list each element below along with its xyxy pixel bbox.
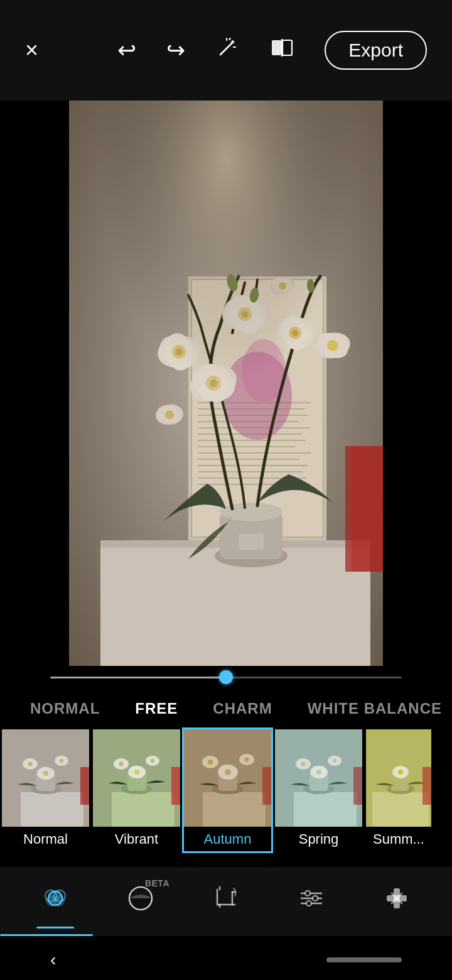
- svg-line-0: [220, 42, 233, 55]
- compare-button[interactable]: [269, 35, 294, 66]
- heal-icon: [382, 883, 412, 920]
- filter-label-summer: Summ...: [366, 831, 431, 847]
- toolbar-crop-button[interactable]: [211, 883, 241, 920]
- back-chevron[interactable]: ‹: [50, 950, 56, 970]
- magic-button[interactable]: [215, 36, 239, 65]
- active-tab-indicator: [0, 934, 93, 936]
- tab-charm[interactable]: CHARM: [195, 690, 289, 727]
- svg-rect-99: [93, 729, 180, 827]
- crop-icon: [211, 883, 241, 920]
- system-nav: ‹: [0, 939, 452, 980]
- export-button[interactable]: Export: [325, 31, 427, 70]
- tab-white-balance[interactable]: WHITE BALANCE: [290, 690, 452, 727]
- svg-point-5: [232, 41, 234, 43]
- color-icon: [40, 883, 70, 920]
- toolbar-lens-button[interactable]: BETA: [126, 883, 156, 920]
- photo-preview: [69, 101, 383, 666]
- svg-rect-6: [272, 40, 281, 55]
- svg-rect-86: [2, 729, 89, 827]
- slider-thumb[interactable]: [219, 670, 233, 684]
- beta-badge: BETA: [145, 878, 170, 888]
- filter-label-spring: Spring: [275, 831, 362, 847]
- svg-point-147: [313, 896, 318, 901]
- svg-point-148: [306, 901, 311, 906]
- close-button[interactable]: ×: [25, 37, 38, 63]
- filter-thumb-normal[interactable]: Normal: [0, 727, 91, 853]
- svg-point-140: [50, 890, 61, 901]
- adjust-icon: [296, 883, 326, 920]
- bottom-toolbar: BETA: [0, 867, 452, 936]
- intensity-slider[interactable]: [0, 665, 452, 690]
- filter-label-autumn: Autumn: [184, 831, 271, 847]
- toolbar-adjust-button[interactable]: [296, 883, 326, 920]
- filter-thumb-vibrant[interactable]: Vibrant: [91, 727, 182, 853]
- tab-normal[interactable]: NORMAL: [13, 690, 117, 727]
- filter-label-normal: Normal: [2, 831, 89, 847]
- filter-tabs: NORMAL FREE CHARM WHITE BALANCE BL...: [0, 690, 452, 727]
- top-icons-group: ↩ ↪ Export: [117, 31, 427, 70]
- svg-line-4: [229, 38, 230, 40]
- svg-rect-73: [69, 101, 383, 666]
- slider-fill: [50, 677, 226, 678]
- top-bar: × ↩ ↪ Export: [0, 0, 452, 101]
- filter-thumb-summer[interactable]: Summ...: [364, 727, 433, 853]
- undo-button[interactable]: ↩: [117, 37, 136, 63]
- svg-rect-134: [366, 729, 433, 827]
- filter-thumb-autumn[interactable]: Autumn: [182, 727, 273, 853]
- toolbar-heal-button[interactable]: [382, 883, 412, 920]
- home-pill[interactable]: [326, 957, 402, 962]
- redo-button[interactable]: ↪: [166, 37, 185, 63]
- filter-thumbnails: Normal: [0, 727, 452, 853]
- svg-rect-125: [275, 729, 362, 827]
- svg-point-146: [305, 891, 310, 896]
- filter-label-vibrant: Vibrant: [93, 831, 180, 847]
- lens-icon: [126, 883, 156, 920]
- tab-free[interactable]: FREE: [117, 690, 195, 727]
- toolbar-color-button[interactable]: [40, 883, 70, 920]
- svg-rect-112: [184, 729, 271, 827]
- slider-track[interactable]: [50, 677, 402, 678]
- filter-thumb-spring[interactable]: Spring: [273, 727, 364, 853]
- svg-rect-7: [282, 40, 292, 55]
